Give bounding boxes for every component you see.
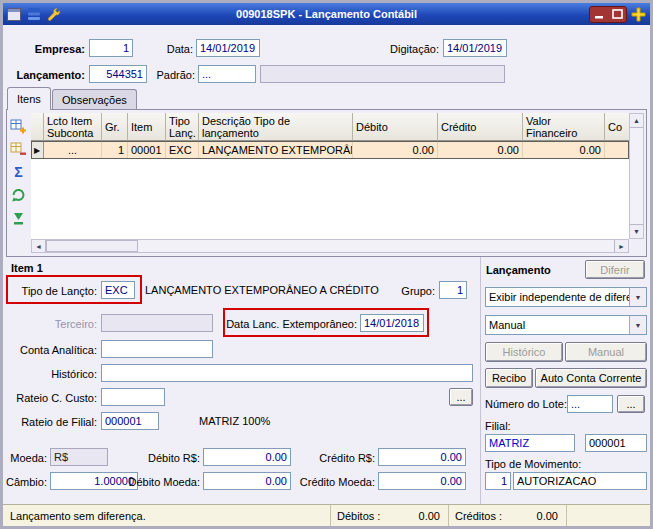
padrao-description-field [260, 65, 505, 83]
scroll-left-arrow[interactable]: ◄ [32, 240, 46, 252]
grid-row-selected[interactable]: ▶ ... 1 00001 EXC LANÇAMENTO EXTEMPORÂNE… [31, 141, 629, 159]
process-button[interactable] [10, 186, 28, 204]
rateio-custo-field[interactable] [101, 388, 165, 406]
maximize-button[interactable] [608, 7, 626, 22]
app-icon [6, 6, 22, 22]
grid-header-gr: Gr. [102, 113, 128, 141]
padrao-label: Padrão: [157, 66, 195, 84]
status-creditos: Créditos : 0.00 [448, 505, 566, 526]
auto-conta-corrente-button[interactable]: Auto Conta Corrente [535, 368, 647, 388]
cell-lcto[interactable]: ... [44, 141, 102, 159]
status-debitos-label: Débitos : [337, 510, 380, 522]
digitacao-field[interactable]: 14/01/2019 [443, 39, 507, 57]
scroll-up-arrow[interactable]: ▲ [630, 114, 643, 128]
header-form: Empresa: 1 Data: 14/01/2019 Digitação: 1… [3, 25, 650, 87]
horizontal-scroll-thumb[interactable] [46, 240, 138, 252]
numero-lote-field[interactable]: ... [567, 395, 613, 413]
tab-observacoes[interactable]: Observações [52, 89, 137, 109]
grid-header-credito: Crédito [438, 113, 523, 141]
go-last-row-button[interactable] [10, 209, 28, 227]
app-window: 009018SPK - Lançamento Contábil Empresa:… [0, 0, 653, 529]
sigma-icon: Σ [14, 164, 22, 180]
close-button[interactable] [630, 6, 647, 23]
lancamento-field[interactable]: 544351 [89, 65, 147, 83]
sum-button[interactable]: Σ [10, 163, 28, 181]
cell-credito[interactable]: 0.00 [438, 141, 523, 159]
manual-button: Manual [565, 342, 647, 362]
tab-itens[interactable]: Itens [7, 87, 51, 110]
grid-vertical-scrollbar[interactable]: ▲ ▼ [629, 113, 644, 239]
digitacao-label: Digitação: [387, 40, 439, 58]
conta-analitica-label: Conta Analítica: [11, 341, 97, 359]
horizontal-scroll-track[interactable] [46, 240, 614, 252]
moeda-label: Moeda: [3, 449, 47, 467]
process-icon [10, 187, 27, 204]
conta-analitica-field[interactable] [101, 340, 213, 358]
modo-manual-select[interactable]: Manual ▼ [485, 315, 647, 335]
minimize-button[interactable] [590, 7, 608, 22]
data-extemporaneo-field[interactable]: 14/01/2018 [360, 314, 424, 332]
credito-rs-field[interactable]: 0.00 [378, 448, 466, 466]
debito-rs-field[interactable]: 0.00 [203, 448, 291, 466]
exibir-diferido-select[interactable]: Exibir independente de difere ▼ [485, 287, 647, 307]
debito-moeda-field[interactable]: 0.00 [203, 472, 291, 490]
grid-empty-area [31, 159, 629, 239]
row-marker-icon: ▶ [31, 141, 44, 159]
status-bar: Lançamento sem diferença. Débitos : 0.00… [3, 504, 650, 526]
rateio-custo-browse-button[interactable]: ... [449, 388, 473, 406]
items-grid-main: Lcto Item Subconta Gr. Item Tipo Lanç. D… [31, 113, 629, 253]
filial-field[interactable]: MATRIZ [485, 434, 575, 452]
tipo-lancto-label: Tipo de Lançto: [11, 282, 97, 300]
tipo-movimento-code-field[interactable]: 1 [485, 472, 511, 490]
terceiro-label: Terceiro: [11, 315, 97, 333]
item-section: Item 1 Tipo de Lançto: EXC LANÇAMENTO EX… [3, 257, 480, 504]
lancamento-panel-title: Lançamento [486, 264, 551, 276]
grid-header-valor: Valor Financeiro [523, 113, 605, 141]
numero-lote-label: Número do Lote: [485, 398, 567, 410]
cell-co[interactable] [605, 141, 629, 159]
historico-field[interactable] [101, 364, 473, 382]
tipo-lancto-field[interactable]: EXC [101, 281, 135, 299]
grid-horizontal-scrollbar[interactable]: ◄ ► [31, 239, 629, 253]
add-item-button[interactable] [10, 117, 28, 135]
cell-tipo[interactable]: EXC [166, 141, 199, 159]
recibo-button[interactable]: Recibo [485, 368, 533, 388]
window-controls [589, 6, 647, 23]
wrench-icon [46, 6, 62, 22]
tipo-movimento-field[interactable]: AUTORIZACAO [513, 472, 647, 490]
numero-lote-browse-button[interactable]: ... [617, 395, 645, 413]
status-message: Lançamento sem diferença. [3, 510, 330, 522]
cell-gr[interactable]: 1 [102, 141, 128, 159]
chevron-down-icon: ▼ [629, 316, 646, 334]
data-field[interactable]: 14/01/2019 [196, 39, 260, 57]
historico-label: Histórico: [11, 365, 97, 383]
status-debitos: Débitos : 0.00 [330, 505, 448, 526]
cell-debito[interactable]: 0.00 [353, 141, 438, 159]
lancamento-panel: Lançamento Diferir Exibir independente d… [480, 257, 650, 504]
scroll-right-arrow[interactable]: ► [614, 240, 628, 252]
rateio-filial-description: MATRIZ 100% [199, 415, 270, 427]
rateio-filial-label: Rateio de Filial: [11, 413, 97, 431]
tipo-movimento-label: Tipo de Movimento: [485, 458, 581, 470]
cell-descricao[interactable]: LANÇAMENTO EXTEMPORÂNE [199, 141, 353, 159]
historico-button: Histórico [485, 342, 563, 362]
delete-item-button[interactable] [10, 140, 28, 158]
empresa-field[interactable]: 1 [89, 39, 133, 57]
rateio-filial-field[interactable]: 000001 [101, 412, 159, 430]
filial-code-field[interactable]: 000001 [585, 434, 647, 452]
cell-valor[interactable]: 0.00 [523, 141, 605, 159]
grupo-field[interactable]: 1 [439, 281, 467, 299]
status-creditos-value: 0.00 [537, 510, 558, 522]
scroll-down-arrow[interactable]: ▼ [630, 224, 643, 238]
grid-header-row: Lcto Item Subconta Gr. Item Tipo Lanç. D… [31, 113, 629, 141]
terceiro-field [101, 314, 213, 332]
layers-icon [26, 6, 42, 22]
grupo-label: Grupo: [391, 282, 435, 300]
go-last-row-icon [10, 210, 27, 227]
titlebar[interactable]: 009018SPK - Lançamento Contábil [3, 3, 650, 25]
padrao-field[interactable]: ... [198, 65, 256, 83]
credito-moeda-field[interactable]: 0.00 [378, 472, 466, 490]
delete-item-icon [10, 141, 27, 158]
data-extemporaneo-label: Data Lanc. Extemporâneo: [227, 315, 357, 333]
cell-item[interactable]: 00001 [128, 141, 166, 159]
